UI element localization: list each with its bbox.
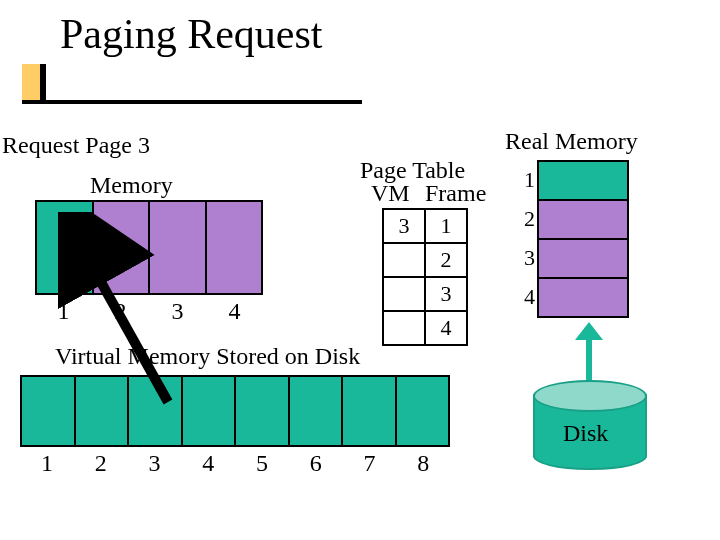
- memory-cell: [94, 200, 151, 295]
- pt-frame-cell: 2: [425, 243, 467, 277]
- title-underline: [22, 100, 362, 104]
- vm-disk-cell: [20, 375, 76, 447]
- memory-index: 3: [149, 298, 206, 325]
- real-memory-frame: [538, 200, 628, 239]
- memory-index: 4: [206, 298, 263, 325]
- memory-cell: [35, 200, 94, 295]
- memory-index: 2: [92, 298, 149, 325]
- pt-frame-cell: 3: [425, 277, 467, 311]
- real-memory-index: 1: [515, 160, 535, 199]
- arrow-up-stem: [586, 335, 592, 383]
- page-table: 3 1 2 3 4: [382, 208, 468, 346]
- disk-label: Disk: [563, 420, 608, 447]
- real-memory-table: [537, 160, 629, 318]
- real-memory-frame: [538, 239, 628, 278]
- page-table-col-frame: Frame: [425, 180, 486, 207]
- table-row: 4: [383, 311, 467, 345]
- memory-index-row: 1 2 3 4: [35, 298, 263, 325]
- vm-disk-index: 6: [289, 450, 343, 477]
- table-row: 3 1: [383, 209, 467, 243]
- real-memory-title: Real Memory: [505, 128, 638, 155]
- disk-cylinder-top: [533, 380, 647, 412]
- vm-disk-title: Virtual Memory Stored on Disk: [55, 343, 360, 370]
- memory-cell: [150, 200, 207, 295]
- real-memory-frame: [538, 278, 628, 317]
- vm-disk-index-row: 1 2 3 4 5 6 7 8: [20, 450, 450, 477]
- vm-disk-cell: [129, 375, 183, 447]
- memory-index: 1: [35, 298, 92, 325]
- diagram-stage: Paging Request Request Page 3 Memory 1 2…: [0, 0, 720, 540]
- vm-disk-index: 8: [396, 450, 450, 477]
- real-memory-index: 3: [515, 238, 535, 277]
- vm-disk-cell: [397, 375, 451, 447]
- vm-disk-index: 5: [235, 450, 289, 477]
- pt-vm-cell: 3: [383, 209, 425, 243]
- table-row: 3: [383, 277, 467, 311]
- vm-disk-index: 4: [181, 450, 235, 477]
- page-title: Paging Request: [60, 10, 322, 58]
- table-row: 2: [383, 243, 467, 277]
- real-memory-index-col: 1 2 3 4: [515, 160, 535, 316]
- vm-disk-index: 3: [128, 450, 182, 477]
- vm-disk-cell: [343, 375, 397, 447]
- table-row: [538, 161, 628, 200]
- real-memory-index: 2: [515, 199, 535, 238]
- memory-label: Memory: [90, 172, 173, 199]
- vm-disk-cell: [76, 375, 130, 447]
- vm-disk-cell: [183, 375, 237, 447]
- real-memory-frame: [538, 161, 628, 200]
- vm-disk-index: 7: [343, 450, 397, 477]
- pt-vm-cell: [383, 243, 425, 277]
- vm-disk-index: 1: [20, 450, 74, 477]
- page-table-col-vm: VM: [371, 180, 410, 207]
- vm-disk-cell: [290, 375, 344, 447]
- memory-cell: [207, 200, 264, 295]
- title-corner-accent: [22, 64, 44, 102]
- vm-disk-index: 2: [74, 450, 128, 477]
- table-row: [538, 278, 628, 317]
- pt-frame-cell: 1: [425, 209, 467, 243]
- real-memory-index: 4: [515, 277, 535, 316]
- table-row: [538, 239, 628, 278]
- vm-disk-cell: [236, 375, 290, 447]
- pt-vm-cell: [383, 311, 425, 345]
- table-row: [538, 200, 628, 239]
- request-page-label: Request Page 3: [2, 132, 150, 159]
- pt-frame-cell: 4: [425, 311, 467, 345]
- memory-box: [35, 200, 263, 295]
- pt-vm-cell: [383, 277, 425, 311]
- title-corner-vert: [42, 64, 46, 104]
- vm-disk-box: [20, 375, 450, 447]
